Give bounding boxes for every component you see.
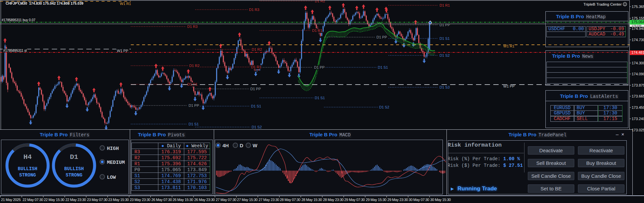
svg-text:MEDIUM: MEDIUM (107, 160, 125, 166)
svg-text:4H: 4H (222, 143, 229, 148)
svg-text:BULLISH: BULLISH (18, 166, 38, 171)
svg-text:HIGH: HIGH (107, 146, 119, 152)
svg-text:BULLISH: BULLISH (64, 166, 84, 171)
svg-text:D: D (240, 143, 243, 148)
svg-text:STRONG: STRONG (19, 172, 36, 178)
svg-text:STRONG: STRONG (66, 172, 82, 178)
svg-text:LOW: LOW (107, 175, 116, 180)
svg-text:D1: D1 (70, 153, 78, 161)
svg-text:W: W (253, 143, 258, 148)
svg-text:H4: H4 (23, 153, 32, 161)
